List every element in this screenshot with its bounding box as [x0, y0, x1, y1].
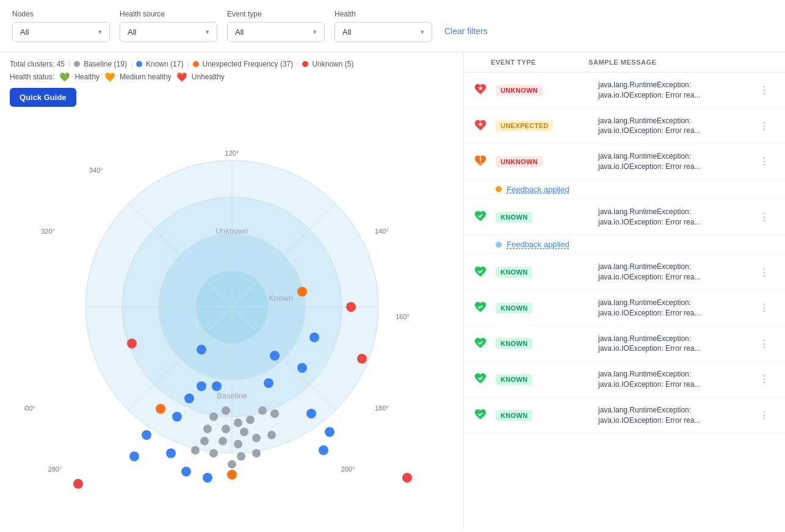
svg-point-61: [73, 479, 83, 489]
right-panel: EVENT TYPE SAMPLE MESSAGE UNKNOWN java.l…: [464, 52, 785, 530]
known-badge: KNOWN: [496, 410, 532, 421]
event-type-select[interactable]: All ▾: [227, 22, 325, 42]
svg-text:160°: 160°: [396, 313, 410, 320]
more-options-button[interactable]: ⋮: [757, 372, 772, 386]
svg-point-27: [219, 437, 227, 445]
sample-message: java.lang.RuntimeException:java.io.IOExc…: [598, 298, 752, 318]
sample-message: java.lang.RuntimeException:java.io.IOExc…: [598, 405, 752, 426]
more-options-button[interactable]: ⋮: [757, 301, 772, 315]
svg-point-60: [357, 354, 367, 364]
svg-point-62: [346, 302, 356, 312]
sample-message: java.lang.RuntimeException:java.io.IOExc…: [598, 334, 752, 354]
svg-text:180°: 180°: [375, 404, 389, 412]
svg-point-48: [264, 378, 273, 388]
sample-text-cell: java.lang.RuntimeException:java.io.IOExc…: [598, 334, 752, 354]
svg-text:140°: 140°: [375, 228, 389, 235]
svg-text:340°: 340°: [89, 167, 103, 174]
separator2: |: [131, 60, 132, 68]
svg-point-23: [246, 415, 255, 424]
unknown-dot-icon: [302, 61, 308, 67]
nodes-filter-group: Nodes All ▾: [12, 10, 110, 42]
event-type-cell: UNKNOWN: [496, 85, 593, 96]
healthy-badge-icon: [474, 265, 491, 280]
health-select[interactable]: All ▾: [335, 22, 432, 42]
svg-point-41: [142, 430, 151, 440]
svg-text:120°: 120°: [225, 149, 239, 157]
healthy-label: Healthy: [74, 73, 99, 81]
health-source-select[interactable]: All ▾: [120, 22, 217, 42]
sample-message: java.lang.RuntimeException:java.io.IOExc…: [598, 207, 752, 228]
unhealthy-label: Unhealthy: [192, 73, 225, 81]
svg-text:Baseline: Baseline: [217, 391, 247, 400]
more-options-button[interactable]: ⋮: [757, 265, 772, 279]
healthy-badge-icon: [474, 209, 491, 225]
svg-text:320°: 320°: [41, 228, 55, 235]
svg-point-43: [181, 467, 191, 476]
nodes-select[interactable]: All ▾: [12, 22, 110, 42]
table-header: EVENT TYPE SAMPLE MESSAGE: [464, 52, 785, 73]
more-options-button[interactable]: ⋮: [757, 210, 772, 224]
medium-healthy-label: Medium healthy: [120, 73, 172, 81]
table-row: KNOWN java.lang.RuntimeException:java.io…: [464, 200, 785, 235]
event-type-cell: UNEXPECTED: [496, 120, 593, 131]
svg-point-29: [252, 434, 261, 442]
known-badge: KNOWN: [496, 212, 532, 223]
event-type-cell: KNOWN: [496, 267, 593, 278]
health-chevron-icon: ▾: [421, 28, 424, 36]
healthy-badge-icon: [474, 372, 491, 387]
unexpected-dot-icon: [193, 61, 199, 67]
col-sample-header: SAMPLE MESSAGE: [588, 59, 757, 66]
event-type-value: All: [235, 27, 244, 37]
feedback-applied-label[interactable]: Feedback applied: [507, 185, 570, 194]
more-options-button[interactable]: ⋮: [757, 337, 772, 351]
event-type-filter-group: Event type All ▾: [227, 10, 325, 42]
sample-text-cell: java.lang.RuntimeException:java.io.IOExc…: [598, 298, 752, 318]
col-event-header: EVENT TYPE: [491, 59, 588, 66]
unexpected-badge: UNEXPECTED: [496, 120, 553, 131]
row-actions: ⋮: [757, 372, 775, 386]
quick-guide-button[interactable]: Quick Guide: [10, 88, 76, 107]
baseline-dot-icon: [74, 61, 80, 67]
event-type-cell: KNOWN: [496, 410, 593, 421]
svg-point-44: [203, 473, 212, 483]
svg-point-22: [222, 406, 230, 415]
left-panel: Total clusters: 45 | Baseline (19) | Kno…: [0, 52, 464, 530]
sample-message: java.lang.RuntimeException:java.io.IOExc…: [598, 369, 752, 390]
svg-point-24: [258, 406, 267, 415]
more-options-button[interactable]: ⋮: [757, 83, 772, 97]
row-actions: ⋮: [757, 154, 775, 168]
svg-point-54: [309, 332, 319, 342]
more-options-button[interactable]: ⋮: [757, 408, 772, 422]
svg-text:Known: Known: [269, 293, 293, 303]
svg-point-38: [240, 428, 248, 436]
known-badge: KNOWN: [496, 338, 532, 349]
nodes-value: All: [20, 27, 29, 37]
event-type-label: Event type: [227, 10, 325, 18]
unknown-badge: UNKNOWN: [496, 156, 543, 167]
svg-point-37: [222, 425, 230, 433]
more-options-button[interactable]: ⋮: [757, 154, 772, 168]
row-actions: ⋮: [757, 119, 775, 133]
sample-text-cell: java.lang.RuntimeException:java.io.IOExc…: [598, 262, 752, 282]
svg-point-53: [297, 363, 307, 373]
stats-row: Total clusters: 45 | Baseline (19) | Kno…: [10, 60, 454, 68]
total-clusters: Total clusters: 45: [10, 60, 65, 68]
svg-point-47: [319, 445, 328, 455]
health-source-value: All: [128, 27, 136, 37]
svg-point-42: [166, 448, 176, 458]
clear-filters-button[interactable]: Clear filters: [442, 21, 490, 41]
known-dot-icon: [136, 61, 142, 67]
svg-point-34: [191, 446, 200, 455]
svg-point-63: [402, 473, 412, 483]
svg-point-32: [252, 449, 261, 458]
event-type-chevron-icon: ▾: [313, 28, 317, 36]
event-type-cell: KNOWN: [496, 338, 593, 349]
unhealthy-badge-icon: [474, 154, 491, 169]
more-options-button[interactable]: ⋮: [757, 119, 772, 133]
svg-point-21: [234, 419, 242, 427]
sample-message: java.lang.RuntimeException:java.io.IOExc…: [598, 80, 752, 101]
svg-text:300°: 300°: [24, 404, 35, 412]
svg-point-35: [209, 449, 218, 458]
svg-text:200°: 200°: [341, 466, 355, 473]
feedback-applied-label-2[interactable]: Feedback applied: [507, 240, 570, 249]
